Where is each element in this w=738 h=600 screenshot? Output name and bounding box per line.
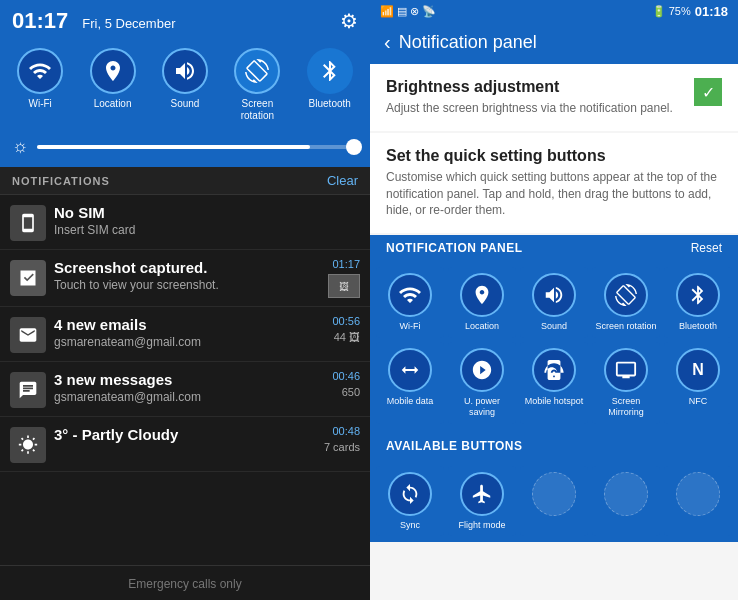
panel-btn-screen-mirroring-circle <box>604 348 648 392</box>
notif-weather-content: 3° - Partly Cloudy <box>54 425 316 445</box>
right-time: 01:18 <box>695 4 728 19</box>
status-bar: 01:17 Fri, 5 December ⚙ <box>0 0 370 40</box>
available-btn-flight-mode-circle <box>460 472 504 516</box>
brightness-fill <box>37 145 310 149</box>
panel-section-header: NOTIFICATION PANEL Reset <box>370 235 738 261</box>
toggle-sound[interactable]: Sound <box>153 48 217 122</box>
battery-icon: 🔋 75% <box>652 5 691 18</box>
wifi-small-icon: 📡 <box>422 5 436 18</box>
bluetooth-label: Bluetooth <box>309 98 351 110</box>
notif-messages-right: 00:46 650 <box>332 370 360 398</box>
notif-nosim-subtitle: Insert SIM card <box>54 223 360 239</box>
notif-screenshot-subtitle: Touch to view your screenshot. <box>54 278 320 294</box>
available-btn-flight-mode[interactable]: Flight mode <box>448 466 516 537</box>
panel-btn-screen-rotation[interactable]: Screen rotation <box>592 267 660 338</box>
available-btn-sync-circle <box>388 472 432 516</box>
notif-email-title: 4 new emails <box>54 315 324 335</box>
quick-settings-title: Set the quick setting buttons <box>386 147 722 165</box>
panel-btn-power-saving[interactable]: U. power saving <box>448 342 516 424</box>
panel-btn-screen-mirroring[interactable]: Screen Mirroring <box>592 342 660 424</box>
notif-nosim-title: No SIM <box>54 203 360 223</box>
clear-button[interactable]: Clear <box>327 173 358 188</box>
panel-btn-wifi-label: Wi-Fi <box>400 321 421 332</box>
notif-messages-content: 3 new messages gsmarenateam@gmail.com <box>54 370 324 405</box>
signal-icon: 📶 <box>380 5 394 18</box>
left-panel: 01:17 Fri, 5 December ⚙ Wi-Fi Location S… <box>0 0 370 600</box>
notif-email-icon <box>10 317 46 353</box>
location-circle <box>90 48 136 94</box>
sim-icon: ▤ <box>397 5 407 18</box>
notif-messages[interactable]: 3 new messages gsmarenateam@gmail.com 00… <box>0 362 370 417</box>
notifications-title: NOTIFICATIONS <box>12 175 110 187</box>
panel-btn-nfc[interactable]: N NFC <box>664 342 732 424</box>
available-btn-empty-1 <box>520 466 588 537</box>
panel-btn-location-circle <box>460 273 504 317</box>
available-btn-empty-3-circle <box>676 472 720 516</box>
brightness-bar[interactable]: ☼ <box>0 132 370 167</box>
toggle-location[interactable]: Location <box>81 48 145 122</box>
brightness-icon: ☼ <box>12 136 29 157</box>
available-btn-empty-1-circle <box>532 472 576 516</box>
notif-weather[interactable]: 3° - Partly Cloudy 00:48 7 cards <box>0 417 370 472</box>
brightness-checkmark[interactable]: ✓ <box>694 78 722 106</box>
bluetooth-circle <box>307 48 353 94</box>
toggle-wifi[interactable]: Wi-Fi <box>8 48 72 122</box>
panel-btn-bluetooth-circle <box>676 273 720 317</box>
wifi-circle <box>17 48 63 94</box>
notif-weather-count: 7 cards <box>324 441 360 453</box>
panel-btn-screen-mirroring-label: Screen Mirroring <box>594 396 658 418</box>
notif-weather-time: 00:48 <box>332 425 360 437</box>
notif-screenshot-right: 01:17 🖼 <box>328 258 360 298</box>
right-header: ‹ Notification panel <box>370 23 738 64</box>
toggle-bluetooth[interactable]: Bluetooth <box>298 48 362 122</box>
back-button[interactable]: ‹ <box>384 31 391 54</box>
right-header-title: Notification panel <box>399 32 537 53</box>
notif-email-time: 00:56 <box>332 315 360 327</box>
panel-btn-mobile-hotspot-label: Mobile hotspot <box>525 396 584 407</box>
screenshot-thumbnail: 🖼 <box>328 274 360 298</box>
notif-email-right: 00:56 44 🖼 <box>332 315 360 343</box>
panel-section-title: NOTIFICATION PANEL <box>386 241 523 255</box>
panel-btn-screen-rotation-label: Screen rotation <box>595 321 656 332</box>
notif-messages-count: 650 <box>342 386 360 398</box>
panel-btn-screen-rotation-circle <box>604 273 648 317</box>
available-title: AVAILABLE BUTTONS <box>386 439 523 453</box>
notif-nosim-content: No SIM Insert SIM card <box>54 203 360 238</box>
brightness-title: Brightness adjustment <box>386 78 686 96</box>
panel-section-reset[interactable]: Reset <box>691 241 722 255</box>
panel-btn-bluetooth[interactable]: Bluetooth <box>664 267 732 338</box>
panel-btn-bluetooth-label: Bluetooth <box>679 321 717 332</box>
brightness-section[interactable]: Brightness adjustment Adjust the screen … <box>370 64 738 131</box>
panel-btn-location[interactable]: Location <box>448 267 516 338</box>
status-date: Fri, 5 December <box>82 16 175 31</box>
panel-btn-wifi[interactable]: Wi-Fi <box>376 267 444 338</box>
panel-btn-sound[interactable]: Sound <box>520 267 588 338</box>
notif-nosim[interactable]: No SIM Insert SIM card <box>0 195 370 250</box>
available-btn-sync[interactable]: Sync <box>376 466 444 537</box>
toggle-screen-rotation[interactable]: Screen rotation <box>225 48 289 122</box>
notif-email-subtitle: gsmarenateam@gmail.com <box>54 335 324 351</box>
sound-circle <box>162 48 208 94</box>
panel-btn-mobile-data[interactable]: Mobile data <box>376 342 444 424</box>
notif-screenshot-content: Screenshot captured. Touch to view your … <box>54 258 320 293</box>
right-status-bar: 📶 ▤ ⊗ 📡 🔋 75% 01:18 <box>370 0 738 23</box>
brightness-thumb <box>346 139 362 155</box>
panel-btn-nfc-circle: N <box>676 348 720 392</box>
screen-rotation-label: Screen rotation <box>225 98 289 122</box>
brightness-track[interactable] <box>37 145 359 149</box>
panel-btn-power-saving-label: U. power saving <box>450 396 514 418</box>
panel-buttons-grid: Wi-Fi Location Sound Sc <box>370 261 738 429</box>
quick-settings-desc: Customise which quick setting buttons ap… <box>386 169 722 219</box>
available-btn-flight-mode-label: Flight mode <box>458 520 505 531</box>
panel-btn-mobile-hotspot-circle <box>532 348 576 392</box>
available-grid: Sync Flight mode <box>370 460 738 543</box>
panel-btn-sound-circle <box>532 273 576 317</box>
right-panel: 📶 ▤ ⊗ 📡 🔋 75% 01:18 ‹ Notification panel… <box>370 0 738 600</box>
notif-email[interactable]: 4 new emails gsmarenateam@gmail.com 00:5… <box>0 307 370 362</box>
available-btn-empty-2-circle <box>604 472 648 516</box>
notif-screenshot[interactable]: Screenshot captured. Touch to view your … <box>0 250 370 307</box>
panel-btn-mobile-hotspot[interactable]: Mobile hotspot <box>520 342 588 424</box>
gear-icon[interactable]: ⚙ <box>340 9 358 33</box>
panel-btn-wifi-circle <box>388 273 432 317</box>
notif-messages-time: 00:46 <box>332 370 360 382</box>
